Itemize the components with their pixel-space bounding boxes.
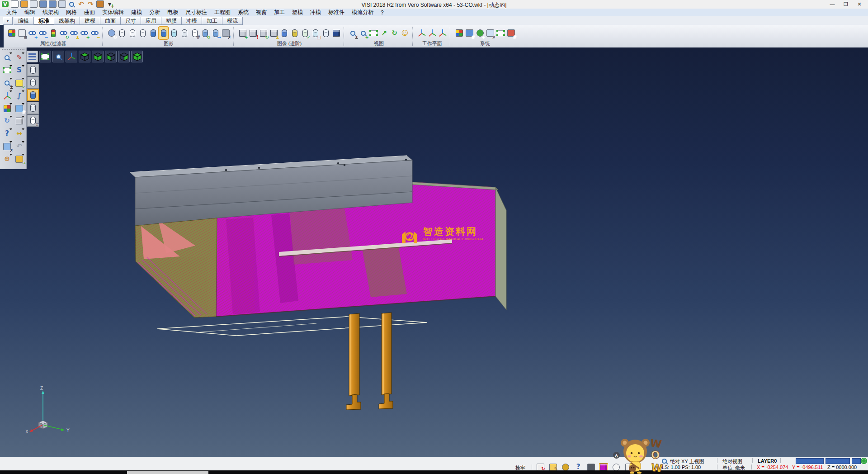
render-settings-icon[interactable]: ✗ [221, 27, 231, 39]
sketch-edit-icon[interactable]: ✎ [14, 52, 25, 63]
minimize-button[interactable]: — [826, 0, 839, 8]
display-hidden-mode[interactable] [27, 76, 39, 89]
spline-icon[interactable]: ∫ [14, 90, 25, 101]
zoom-in-out-icon[interactable]: ± [1, 77, 13, 89]
zoom-extents-icon-inner[interactable] [41, 51, 50, 62]
cylinder-shaded-icon[interactable] [148, 27, 158, 39]
viewport-menu-icon-inner[interactable] [28, 51, 37, 62]
publish-icon[interactable]: ↑ [58, 0, 66, 8]
tab-4[interactable]: 曲面 [100, 17, 121, 25]
menu-item-16[interactable]: 标准件 [325, 9, 348, 16]
status-box-3[interactable] [852, 458, 861, 464]
delete-trash-icon[interactable]: ✗ [1, 141, 13, 152]
menu-item-0[interactable]: 文件 [3, 9, 21, 16]
menu-item-15[interactable]: 冲模 [307, 9, 325, 16]
solid-toggle-icon[interactable]: ± [269, 27, 278, 39]
tab-dropdown-icon[interactable]: ▾ [3, 17, 13, 25]
axis-orientation-icon[interactable] [66, 51, 77, 62]
eye-show-icon[interactable]: + [80, 27, 89, 39]
solid-refresh-icon[interactable]: ↻ [259, 27, 268, 39]
tab-1[interactable]: 标准 [34, 17, 54, 25]
tab-3[interactable]: 建模 [80, 17, 100, 25]
menu-item-7[interactable]: 分析 [146, 9, 164, 16]
attribute-paint-icon[interactable] [7, 27, 16, 39]
filter-traffic-light-icon[interactable] [48, 27, 58, 39]
attributes-icon[interactable] [1, 103, 13, 114]
display-shaded-edge-mode[interactable] [27, 102, 39, 114]
view-orientation-label[interactable]: 绝对 XY 上视图 [670, 458, 704, 465]
display-shaded-mode[interactable] [27, 89, 39, 101]
eye-refresh-icon[interactable]: ↻ [59, 27, 68, 39]
pan-icon[interactable]: ↗ [379, 27, 389, 39]
eye-add-icon[interactable]: + [28, 27, 37, 39]
view-bottom-icon[interactable] [92, 51, 104, 62]
system-settings-icon[interactable]: + [475, 27, 485, 39]
cylinder-copy-icon[interactable]: → [211, 27, 220, 39]
cylinder-flat-icon[interactable] [179, 27, 189, 39]
cylinder-dashed-icon[interactable] [138, 27, 147, 39]
doc-preview-icon[interactable]: ≡ [17, 27, 27, 39]
gem-box-icon[interactable] [599, 464, 608, 470]
menu-item-18[interactable]: ? [377, 9, 387, 16]
visi-logo[interactable]: V [1, 0, 9, 8]
grid-window-icon[interactable]: # [14, 103, 25, 114]
zoom-dynamic-icon[interactable] [52, 51, 64, 62]
tab-2[interactable]: 线架构 [54, 17, 80, 25]
save-as-icon[interactable]: + [49, 0, 57, 8]
preview-icon[interactable] [68, 0, 75, 8]
curve-edit-icon[interactable]: S [14, 65, 25, 76]
undo-gray-icon[interactable]: ↶ [14, 141, 25, 152]
menu-item-12[interactable]: 视窗 [252, 9, 270, 16]
regenerate-icon[interactable]: ↻ [1, 115, 13, 127]
cylinder-transparent-icon[interactable] [169, 27, 179, 39]
color-palette-icon[interactable] [454, 27, 464, 39]
cylinder-texture-icon[interactable]: □ [311, 27, 320, 39]
tab-7[interactable]: 塑膜 [161, 17, 182, 25]
view-right-icon[interactable] [118, 51, 130, 62]
status-box-2[interactable] [826, 458, 850, 464]
navigation-wheel-icon[interactable]: ⊕ [1, 153, 13, 165]
menu-item-8[interactable]: 电极 [164, 9, 182, 16]
menu-item-9[interactable]: 尺寸标注 [182, 9, 211, 16]
cylinder-stripe-blue-icon[interactable] [279, 27, 289, 39]
menu-item-11[interactable]: 系统 [234, 9, 252, 16]
pick-edit-icon[interactable]: ✎ [549, 464, 557, 470]
view-iso-icon[interactable] [131, 51, 143, 62]
tab-6[interactable]: 应用 [141, 17, 161, 25]
model-3d[interactable] [0, 47, 868, 457]
open-file-icon[interactable] [20, 0, 28, 8]
tab-9[interactable]: 加工 [202, 17, 222, 25]
eye-remove-icon[interactable]: − [38, 27, 47, 39]
solid-add-icon[interactable]: + [238, 27, 247, 39]
viewport-menu-icon[interactable] [26, 51, 38, 62]
cylinder-hidden-line-icon[interactable] [127, 27, 137, 39]
cylinder-stripe-yellow-icon[interactable] [290, 27, 299, 39]
rotate-view-icon[interactable]: ↻ [390, 27, 399, 39]
new-file-icon[interactable] [11, 0, 19, 8]
layer-label[interactable]: LAYER0 [758, 458, 777, 464]
menu-item-5[interactable]: 实体编辑 [99, 9, 127, 16]
calculator-icon[interactable]: # [465, 27, 474, 39]
redo-icon[interactable]: ↷ [87, 0, 94, 8]
tab-8[interactable]: 冲模 [182, 17, 202, 25]
viewport-3d[interactable]: ✎S±✓∫#↻?↔✗↶⊕→ # Z X Y 智造资料网 INTELLIGENT … [0, 47, 868, 457]
cylinder-mesh-icon[interactable]: # [190, 27, 199, 39]
zoom-dynamic-icon-inner[interactable] [54, 51, 63, 62]
zoom-extents-icon[interactable] [39, 51, 51, 62]
view-mode-label[interactable]: 绝对视图 [722, 458, 742, 465]
help-icon[interactable]: ? [1, 128, 13, 139]
selection-settings-icon[interactable] [496, 27, 505, 39]
workplane-entity-icon[interactable] [427, 27, 437, 39]
eye-hide-icon[interactable]: − [90, 27, 99, 39]
workplane-view-icon[interactable] [438, 27, 447, 39]
save-icon[interactable] [39, 0, 47, 8]
close-button[interactable]: ✕ [853, 0, 866, 8]
solid-shaded-icon[interactable] [331, 27, 341, 39]
display-mesh-mode[interactable]: # [27, 114, 39, 127]
shade-view-icon[interactable]: ☺ [400, 27, 410, 39]
shaded-cube-icon[interactable] [14, 115, 25, 127]
taskbar[interactable] [0, 470, 868, 474]
menu-item-6[interactable]: 建模 [127, 9, 146, 16]
copy-doc-icon[interactable] [30, 0, 38, 8]
zoom-extents-icon[interactable] [369, 27, 378, 39]
